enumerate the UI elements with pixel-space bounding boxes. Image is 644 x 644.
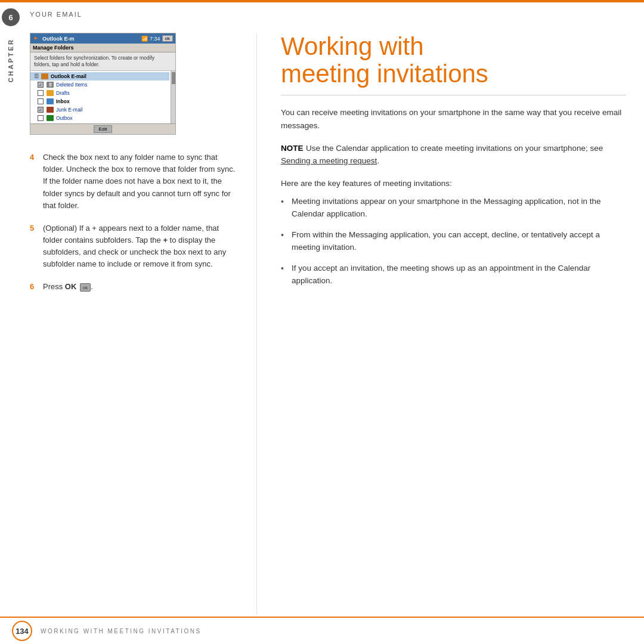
plus-bold: + <box>163 236 168 244</box>
ok-inline-icon: ok <box>80 283 91 292</box>
footer: 134 WORKING WITH MEETING INVITATIONS <box>0 617 644 644</box>
feature-item-2: From within the Messaging application, y… <box>281 229 626 254</box>
phone-folder-drafts: Drafts <box>30 89 169 97</box>
phone-root-folder-name: Outlook E-mail <box>51 73 86 79</box>
signal-icon: 📶 <box>141 36 148 42</box>
windows-star-icon: ✦ <box>33 35 38 42</box>
step-5-number: 5 <box>30 222 43 271</box>
section-title-line1: Working with <box>281 32 424 60</box>
phone-folder-list-container: ☰ Outlook E-mail ✓ 🗑 Deleted Items Draft… <box>30 71 175 123</box>
step-5-text: (Optional) If a + appears next to a fold… <box>43 222 239 271</box>
note-link: Sending a meeting request <box>281 156 377 165</box>
phone-folder-outbox-label: Outbox <box>56 115 72 121</box>
phone-folder-drafts-label: Drafts <box>56 90 70 96</box>
note-text: Use the Calendar application to create m… <box>281 144 603 166</box>
footer-page-number: 134 <box>12 621 32 641</box>
phone-bottom-bar: Edit <box>30 123 175 134</box>
left-column: ✦ Outlook E-m 📶 7:34 ok Manage Folders S… <box>30 33 256 614</box>
section-title-line2: meeting invitations <box>281 60 488 88</box>
note-text-end: . <box>377 156 379 165</box>
section-title: Working with meeting invitations <box>281 33 626 95</box>
main-content: ✦ Outlook E-m 📶 7:34 ok Manage Folders S… <box>30 33 626 614</box>
step-4-number: 4 <box>30 151 43 212</box>
phone-folder-outbox: Outbox <box>30 114 169 122</box>
ok-bold-text: OK <box>65 282 77 291</box>
header-title: YOUR EMAIL <box>30 11 82 18</box>
feature-item-1: Meeting invitations appear on your smart… <box>281 196 626 221</box>
phone-ok-button: ok <box>162 35 173 42</box>
chapter-number-badge: 6 <box>2 8 20 26</box>
phone-app-title: Outlook E-m <box>42 36 75 42</box>
phone-folder-inbox-label: Inbox <box>56 98 70 104</box>
step-6-number: 6 <box>30 281 43 293</box>
phone-instruction-text: Select folders for synchronization. To c… <box>30 52 175 71</box>
step-6-text: Press OK ok. <box>43 281 93 293</box>
phone-folder-inbox: Inbox <box>30 97 169 106</box>
top-accent-bar <box>0 0 644 2</box>
features-list: Meeting invitations appear on your smart… <box>281 196 626 287</box>
note-block: NOTE Use the Calendar application to cre… <box>281 142 626 168</box>
phone-folder-junk: ✓ Junk E-mail <box>30 106 169 114</box>
step-5: 5 (Optional) If a + appears next to a fo… <box>30 222 239 271</box>
phone-scrollbar-thumb <box>172 72 175 84</box>
phone-scrollbar <box>171 71 175 123</box>
note-text-before-link: Use the Calendar application to create m… <box>306 144 603 153</box>
feature-item-3: If you accept an invitation, the meeting… <box>281 262 626 287</box>
chapter-label: CHAPTER <box>7 38 14 82</box>
right-column: Working with meeting invitations You can… <box>256 33 626 614</box>
step-6: 6 Press OK ok. <box>30 281 239 293</box>
phone-manage-folders-toolbar: Manage Folders <box>30 44 175 52</box>
features-intro: Here are the key features of meeting inv… <box>281 177 626 190</box>
phone-titlebar-icons: 📶 7:34 ok <box>141 35 173 42</box>
phone-titlebar: ✦ Outlook E-m 📶 7:34 ok <box>30 33 175 44</box>
phone-titlebar-left: ✦ Outlook E-m <box>33 35 75 42</box>
step-4-text: Check the box next to any folder name to… <box>43 151 239 212</box>
header-section: YOUR EMAIL <box>30 8 644 19</box>
step-4: 4 Check the box next to any folder name … <box>30 151 239 212</box>
phone-folder-junk-label: Junk E-mail <box>56 107 82 113</box>
phone-folder-deleted-label: Deleted Items <box>56 82 87 88</box>
note-label: NOTE <box>281 144 304 153</box>
chapter-tab: 6 CHAPTER <box>0 0 21 644</box>
body-text: You can receive meeting invitations on y… <box>281 106 626 132</box>
phone-folder-root: ☰ Outlook E-mail <box>30 72 169 80</box>
phone-edit-button: Edit <box>94 125 113 133</box>
footer-chapter-label: WORKING WITH MEETING INVITATIONS <box>41 628 202 634</box>
phone-folder-list: ☰ Outlook E-mail ✓ 🗑 Deleted Items Draft… <box>30 71 175 123</box>
phone-folder-deleted: ✓ 🗑 Deleted Items <box>30 80 169 89</box>
phone-screenshot: ✦ Outlook E-m 📶 7:34 ok Manage Folders S… <box>30 33 176 135</box>
phone-time: 7:34 <box>150 36 160 42</box>
steps-list: 4 Check the box next to any folder name … <box>30 151 239 293</box>
